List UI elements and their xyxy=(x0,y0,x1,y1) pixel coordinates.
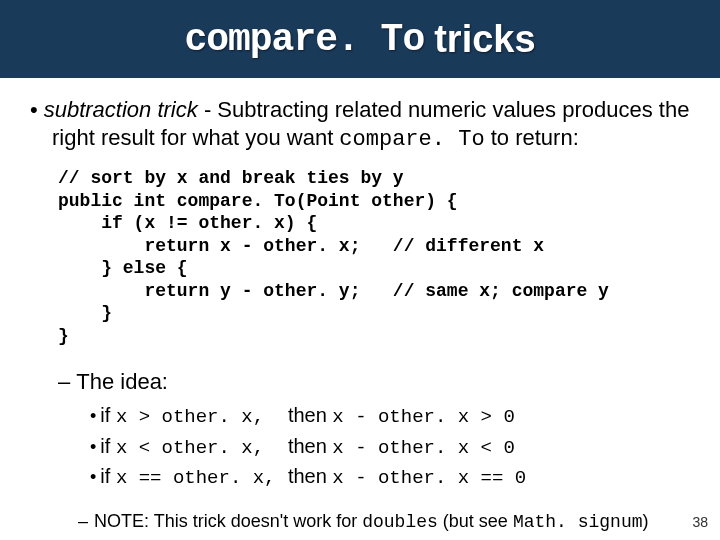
inline-code-signum: Math. signum xyxy=(513,512,643,532)
idea-row: •if x > other. x,then x - other. x > 0 xyxy=(90,401,690,432)
idea-row: •if x < other. x,then x - other. x < 0 xyxy=(90,432,690,463)
cond-code: x > other. x, xyxy=(116,404,288,432)
dash-bullet: – xyxy=(78,511,88,531)
slide-title: compare. To tricks xyxy=(0,0,720,78)
bullet-dot: • xyxy=(90,467,96,487)
code-line: } xyxy=(58,303,112,323)
res-code: x - other. x == 0 xyxy=(332,467,526,489)
bullet-dot: • xyxy=(30,97,38,122)
note-text-1: This trick doesn't work for xyxy=(154,511,363,531)
note-label: NOTE: xyxy=(94,511,154,531)
page-number: 38 xyxy=(692,514,708,530)
bullet-dot: • xyxy=(90,437,96,457)
title-rest: tricks xyxy=(434,18,535,61)
res-code: x - other. x < 0 xyxy=(332,437,514,459)
dash-bullet: – xyxy=(58,369,70,394)
code-block: // sort by x and break ties by y public … xyxy=(58,167,690,347)
code-line: // sort by x and break ties by y xyxy=(58,168,404,188)
code-line: return y - other. y; // same x; compare … xyxy=(58,281,609,301)
title-mono: compare. To xyxy=(184,18,424,61)
if-word: if xyxy=(100,404,116,426)
then-word: then xyxy=(288,435,332,457)
cond-code: x == other. x, xyxy=(116,465,288,493)
code-line: public int compare. To(Point other) { xyxy=(58,191,458,211)
note-text-3: ) xyxy=(643,511,649,531)
note-text-2: (but see xyxy=(438,511,513,531)
bullet-subtraction-trick: •subtraction trick - Subtracting related… xyxy=(30,96,690,153)
if-word: if xyxy=(100,465,116,487)
code-line: } else { xyxy=(58,258,188,278)
inline-code-doubles: doubles xyxy=(362,512,438,532)
slide-body: •subtraction trick - Subtracting related… xyxy=(0,78,720,532)
code-line: } xyxy=(58,326,69,346)
dash-sep: - xyxy=(198,97,218,122)
note-line: –NOTE: This trick doesn't work for doubl… xyxy=(78,511,690,532)
bullet-text-2: to return: xyxy=(485,125,579,150)
then-word: then xyxy=(288,404,332,426)
idea-list: •if x > other. x,then x - other. x > 0 •… xyxy=(90,401,690,493)
term: subtraction trick xyxy=(44,97,198,122)
idea-row: •if x == other. x,then x - other. x == 0 xyxy=(90,462,690,493)
res-code: x - other. x > 0 xyxy=(332,406,514,428)
bullet-dot: • xyxy=(90,406,96,426)
idea-label: The idea: xyxy=(76,369,168,394)
if-word: if xyxy=(100,435,116,457)
code-line: if (x != other. x) { xyxy=(58,213,317,233)
code-line: return x - other. x; // different x xyxy=(58,236,544,256)
cond-code: x < other. x, xyxy=(116,435,288,463)
inline-code-compareTo: compare. To xyxy=(339,127,484,152)
then-word: then xyxy=(288,465,332,487)
idea-heading: –The idea: xyxy=(58,369,690,395)
